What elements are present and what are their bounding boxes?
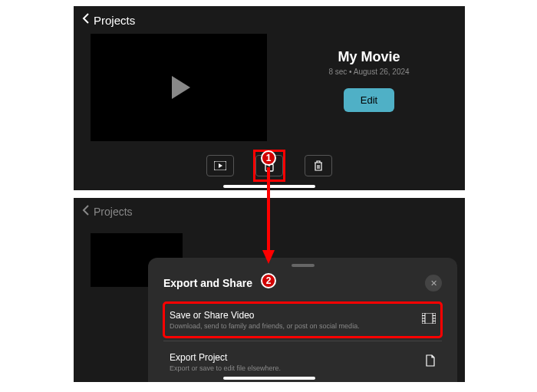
item-subtitle: Download, send to family and friends, or… [170,322,422,330]
back-chevron-icon[interactable] [81,12,91,28]
item-subtitle: Export or save to edit file elsewhere. [170,364,425,372]
video-thumbnail[interactable] [91,34,267,141]
divider [163,341,442,341]
sheet-title: Export and Share [163,277,252,289]
item-title: Save or Share Video [170,310,422,321]
annotation-badge-1: 1 [261,150,276,166]
back-chevron-icon[interactable] [81,204,91,219]
sheet-header: Export and Share ✕ [163,275,442,292]
close-button[interactable]: ✕ [425,275,442,292]
info-column: My Movie 8 sec • August 26, 2024 Edit [290,34,448,141]
movie-title: My Movie [338,49,400,65]
document-icon [425,354,436,370]
film-icon [422,313,436,327]
home-indicator[interactable] [223,377,315,380]
edit-button[interactable]: Edit [344,88,394,112]
sheet-grabber[interactable] [292,264,315,267]
annotation-badge-2: 2 [261,273,276,288]
play-icon [172,76,190,99]
item-text: Export Project Export or save to edit fi… [170,352,425,372]
header-back-label[interactable]: Projects [94,206,133,218]
home-indicator[interactable] [223,185,315,188]
export-project-item[interactable]: Export Project Export or save to edit fi… [163,344,442,380]
item-text: Save or Share Video Download, send to fa… [170,310,422,330]
delete-button[interactable] [305,155,332,176]
export-sheet-panel: Projects Export and Share ✕ Save or Shar… [74,198,465,382]
header: Projects [74,6,465,34]
save-share-video-item[interactable]: Save or Share Video Download, send to fa… [163,302,442,338]
movie-subtitle: 8 sec • August 26, 2024 [328,68,409,76]
play-button[interactable] [206,155,234,176]
item-title: Export Project [170,352,425,363]
header: Projects [74,198,465,226]
header-back-label[interactable]: Projects [94,14,135,27]
body-row: My Movie 8 sec • August 26, 2024 Edit [74,34,465,141]
close-icon: ✕ [430,278,437,288]
export-share-sheet: Export and Share ✕ Save or Share Video D… [148,258,457,382]
